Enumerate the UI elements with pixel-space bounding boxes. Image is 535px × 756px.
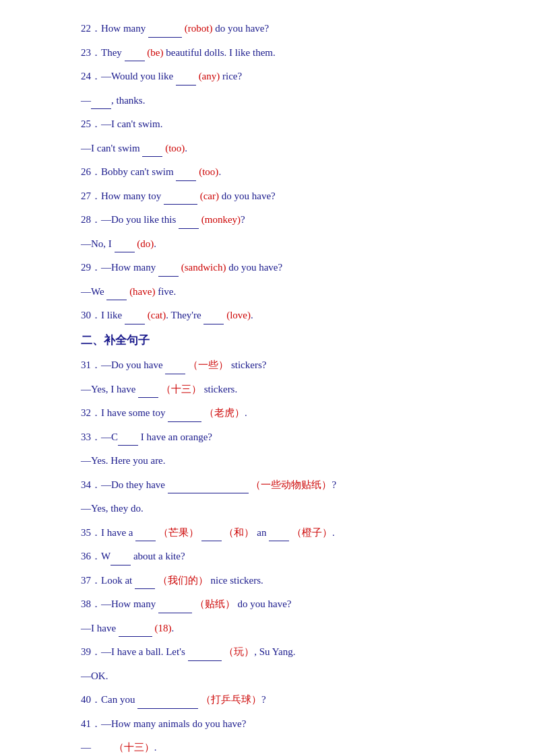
answer-prefix: — [81,95,91,106]
hint-text: （打乒乓球） [201,694,261,705]
hint-text: （贴纸） [195,598,235,609]
text-content: Bobby can't swim [101,166,176,177]
text-content: I have [91,623,119,633]
question-item: 23．They (be) beautiful dolls. I like the… [81,44,468,62]
text-content: —I can't swim. [101,118,162,129]
fill-blank[interactable] [203,314,224,324]
text-content: beautiful dolls. I like them. [163,47,275,58]
fill-blank[interactable] [164,194,197,205]
fill-blank[interactable] [125,50,145,61]
question-item: 31．—Do you have （一些） stickers? [81,357,468,374]
answer-prefix: — [81,143,91,153]
question-num: 41． [81,718,101,729]
fill-blank[interactable] [148,27,182,38]
fill-blank[interactable] [118,435,138,446]
hint-text: (18) [155,623,172,633]
text-content: . [154,742,157,753]
text-content: —Would you like [101,71,176,81]
fill-blank[interactable] [135,530,156,541]
hint-text: （我们的） [158,575,208,586]
fill-blank[interactable] [176,170,196,181]
fill-blank[interactable] [158,266,179,277]
answer-prefix: — [81,238,91,249]
question-num: 28． [81,214,101,225]
text-content: I have some toy [101,407,168,418]
fill-blank[interactable] [201,530,222,541]
fill-blank[interactable] [188,650,222,661]
text-content: OK. [91,671,108,681]
fill-blank[interactable] [119,626,152,637]
text-content: . [332,527,335,538]
fill-blank[interactable] [168,411,201,422]
question-item: 24．—Would you like (any) rice? [81,68,468,85]
text-content: . [154,238,156,249]
fill-blank[interactable] [158,603,192,613]
question-item: 33．—C I have an orange? [81,429,468,446]
fill-blank[interactable] [165,364,185,374]
question-num: 34． [81,479,101,490]
hint-text: (car) [200,191,219,201]
text-content: do you have? [212,23,269,34]
fill-blank[interactable] [138,387,158,398]
question-item: 28．—Do you like this (monkey)? [81,211,468,229]
question-item: —We (have) five. [81,283,468,301]
fill-blank[interactable] [168,483,249,493]
question-num: 31． [81,359,101,370]
text-content: do you have? [235,598,292,609]
text-content: I have an orange? [138,432,212,442]
hint-text: （和） [224,527,254,538]
text-content: —How many [101,262,158,273]
fill-blank[interactable] [91,98,111,109]
question-num: 22． [81,23,101,34]
fill-blank[interactable] [91,746,111,756]
question-item: 37．Look at （我们的） nice stickers. [81,572,468,590]
text-content: rice? [220,71,242,81]
text-content: . [251,310,253,320]
text-content: —Do they have [101,479,168,490]
fill-blank[interactable] [111,555,131,565]
text-content: We [91,286,106,297]
text-content: Yes. Here you are. [91,455,166,466]
question-item: 30．I like (cat). They're (love). [81,307,468,324]
hint-text: (have) [129,286,155,297]
fill-blank[interactable] [176,75,196,85]
question-num: 36． [81,551,101,561]
text-content: They [101,47,125,58]
question-item: 29．—How many (sandwich) do you have? [81,259,468,277]
question-num: 23． [81,47,101,58]
text-content: I have a [101,527,135,538]
text-content: Can you [101,694,137,705]
text-content: . [245,407,247,418]
question-item: 36．W about a kite? [81,548,468,565]
question-item: 27．How many toy (car) do you have? [81,188,468,205]
text-content: How many toy [101,191,164,201]
fill-blank[interactable] [106,289,127,300]
text-content: ? [261,694,266,705]
fill-blank[interactable] [135,578,155,589]
text-content: do you have? [226,262,282,273]
fill-blank[interactable] [269,530,289,541]
answer-prefix: — [81,623,91,633]
question-item: 40．Can you （打乒乓球）? [81,691,468,709]
hint-text: (monkey) [201,214,241,225]
question-num: 32． [81,407,101,418]
question-num: 30． [81,310,101,320]
hint-text: (cat) [148,310,166,320]
fill-blank[interactable] [125,314,145,324]
fill-blank[interactable] [115,242,135,252]
question-num: 33． [81,432,101,442]
fill-blank[interactable] [179,218,199,229]
fill-blank[interactable] [137,698,198,709]
fill-blank[interactable] [142,146,162,157]
hint-text: (too) [165,143,185,153]
text-content: W [101,551,111,561]
question-item: —I have (18). [81,620,468,638]
answer-prefix: — [81,384,91,394]
question-item: 25．—I can't swim. [81,116,468,133]
hint-text: （芒果） [158,527,199,538]
text-content: —I have a ball. Let's [101,646,188,657]
text-content: —How many animals do you have? [101,718,246,729]
question-item: 32．I have some toy （老虎）. [81,405,468,422]
text-content: , Su Yang. [254,646,295,657]
hint-text: （十三） [161,384,201,394]
